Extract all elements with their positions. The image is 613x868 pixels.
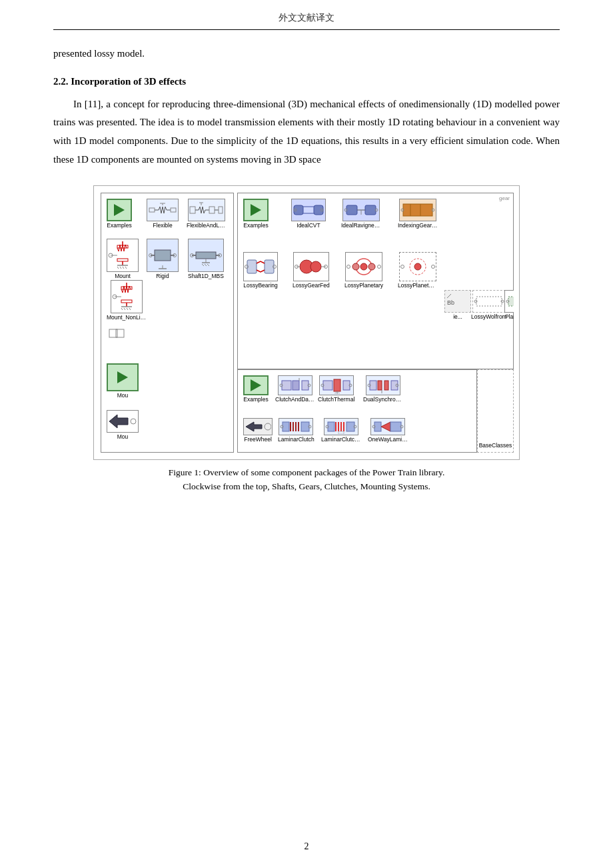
- comp-clutchanddamp: ClutchAndDam...: [275, 375, 315, 403]
- comp-examples-shaft: Examples: [107, 199, 132, 229]
- shaft1d-svg: [189, 240, 223, 271]
- shafts-section: Examples: [101, 193, 234, 453]
- onewayclutch-icon: [370, 418, 405, 435]
- onewayclutch-svg: [372, 419, 404, 434]
- gear-examples: Examples: [243, 199, 269, 229]
- svg-line-39: [202, 264, 204, 266]
- flexible-svg: [148, 200, 177, 220]
- mount-nonlin-label: Mount_NonLin...: [107, 314, 147, 321]
- clutchanddamp-icon: [278, 375, 312, 395]
- freewheel-svg: [245, 419, 271, 434]
- svg-rect-63: [346, 205, 357, 215]
- svg-point-87: [368, 263, 375, 270]
- lossywolfrom-icon: [472, 290, 506, 313]
- comp-flexandla: FlexibleAndLa...: [187, 199, 227, 229]
- flexible-icon: [147, 199, 179, 221]
- lossyplanetpl-label: LossyPlanetPl...: [398, 282, 438, 289]
- svg-rect-74: [247, 260, 257, 273]
- svg-rect-141: [338, 431, 344, 434]
- play-triangle-icon: [114, 204, 125, 216]
- comp-idealcvt: IdealCVT: [291, 199, 326, 229]
- shaft1d-icon: [188, 239, 224, 272]
- svg-rect-104: [293, 381, 299, 390]
- dualsync-svg: [367, 377, 399, 394]
- rigid-icon: [147, 239, 179, 272]
- lossyplanetary-label: LossyPlanetary: [344, 282, 383, 289]
- svg-rect-3: [171, 208, 176, 212]
- svg-rect-6: [190, 207, 195, 213]
- svg-rect-144: [390, 422, 401, 431]
- svg-rect-33: [196, 252, 216, 259]
- flexandla-label: FlexibleAndLa...: [187, 222, 227, 229]
- figure-box: Examples: [93, 185, 520, 460]
- svg-point-85: [360, 263, 367, 270]
- comp-mount-nonlin: Mount_NonLin...: [107, 280, 147, 321]
- laminarclutch1-svg: [280, 419, 312, 434]
- svg-line-49: [127, 308, 128, 310]
- clutchanddamp-label: ClutchAndDam...: [275, 396, 315, 403]
- lossybearing-svg: [245, 253, 277, 280]
- svg-rect-130: [301, 422, 309, 431]
- svg-rect-44: [121, 300, 132, 303]
- laminarclutch2-svg: [325, 419, 357, 434]
- lossyplanetary-svg: [346, 253, 381, 280]
- clutchthermal-icon: [319, 375, 354, 395]
- lossyplanetpl-icon: [399, 252, 436, 281]
- idealravignea-label: IdealRavignea...: [341, 222, 381, 229]
- idealcvt-icon: [291, 199, 326, 221]
- page-number: 2: [53, 841, 560, 852]
- small-square-svg: [107, 327, 127, 343]
- comp-lossywolfrom: LossyWolfrom: [471, 290, 507, 320]
- comp-flexible: Flexible: [147, 199, 179, 229]
- flexandla-icon: [188, 199, 225, 221]
- comp-small-square: [107, 327, 127, 343]
- ie-svg: Bb: [446, 291, 470, 311]
- gear-examples-triangle: [251, 204, 261, 216]
- freewheel-icon: [243, 418, 273, 435]
- svg-rect-117: [378, 381, 382, 390]
- comp-planetplanet: PlanetPlanet: [504, 290, 514, 320]
- clutch-examples-icon: [243, 375, 269, 395]
- clutchanddamp-svg: [279, 377, 311, 394]
- comp-mou2: Mou: [107, 410, 139, 440]
- dualsync-label: DualSynchroCl...: [363, 396, 403, 403]
- svg-line-40: [205, 264, 207, 266]
- section-heading: 2.2. Incorporation of 3D effects: [53, 73, 560, 91]
- comp-indexinggear: IndexingGearL...: [398, 199, 438, 229]
- svg-rect-64: [365, 205, 376, 215]
- svg-rect-11: [219, 207, 223, 213]
- svg-line-20: [120, 267, 121, 269]
- clutchthermal-label: ClutchThermal: [318, 396, 354, 403]
- comp-rigid: Rigid: [147, 239, 179, 279]
- mount-nonlin-svg: [112, 281, 141, 312]
- examples-shaft-label: Examples: [107, 222, 131, 229]
- svg-line-47: [121, 308, 123, 310]
- svg-point-91: [414, 263, 421, 270]
- figure-caption: Figure 1: Overview of some component pac…: [169, 465, 445, 494]
- idealcvt-svg: [293, 200, 324, 220]
- comp-mou: Mou: [107, 363, 139, 399]
- laminarclutch2-icon: [324, 418, 358, 435]
- indexinggear-icon: [399, 199, 436, 221]
- svg-point-88: [347, 265, 350, 268]
- comp-lossyplanetpl: LossyPlanetPl...: [398, 252, 438, 289]
- page-header: 外文文献译文: [53, 0, 560, 30]
- baseclasses-label: BaseClasses: [479, 442, 512, 449]
- body-content: presented lossy model. 2.2. Incorporatio…: [53, 45, 560, 169]
- svg-rect-16: [117, 259, 128, 261]
- mou-label: Mou: [117, 392, 129, 399]
- svg-rect-26: [155, 250, 171, 261]
- planetplanet-icon: [504, 290, 514, 313]
- comp-onewayclutch: OneWayLamin...: [368, 418, 408, 443]
- svg-point-79: [310, 261, 321, 272]
- svg-rect-57: [294, 205, 303, 215]
- indexinggear-label: IndexingGearL...: [398, 222, 438, 229]
- laminarclutch1-icon: [279, 418, 313, 435]
- lossybearing-icon: [243, 252, 278, 281]
- body-paragraph: In [11], a concept for reproducing three…: [53, 95, 560, 169]
- freewheel-label: FreeWheel: [244, 436, 272, 443]
- mou-play-icon: [107, 363, 139, 391]
- baseclasses-section: BaseClasses: [477, 369, 514, 453]
- shaft1d-label: Shaft1D_MBS: [188, 273, 224, 279]
- flexandla-svg: [189, 200, 224, 220]
